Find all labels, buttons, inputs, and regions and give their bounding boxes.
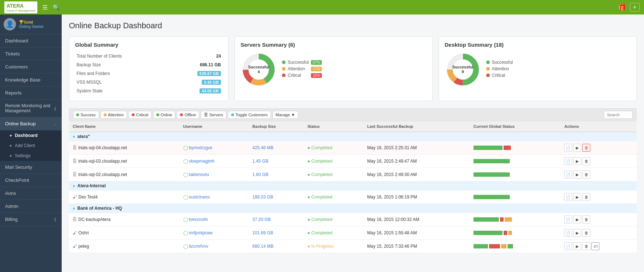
data-table: Client Name Username Backup Size Status … bbox=[69, 121, 637, 253]
delete-button[interactable]: 🗑 bbox=[582, 229, 590, 237]
search-icon-top[interactable]: 🔍 bbox=[53, 4, 60, 11]
legend-label: Successful bbox=[492, 60, 513, 65]
delete-button[interactable]: 🗑 bbox=[582, 171, 590, 179]
username-link[interactable]: sustcinwxs bbox=[189, 194, 210, 200]
sidebar-item-reports[interactable]: Reports bbox=[0, 87, 62, 100]
group-name: ●atera" bbox=[69, 132, 637, 141]
username-link[interactable]: vbwpmagjmh bbox=[189, 159, 215, 164]
current-global-status bbox=[470, 213, 561, 226]
toggle-icon[interactable]: ● bbox=[73, 206, 75, 211]
success-filter-button[interactable]: Success bbox=[73, 111, 99, 119]
col-last-backup: Last Successful Backup bbox=[364, 121, 470, 132]
username: ◯lizcmrfvnv bbox=[180, 240, 249, 253]
sidebar-item-online-backup[interactable]: Online Backup ⌄ bbox=[0, 117, 62, 130]
hamburger-icon[interactable]: ☰ bbox=[42, 4, 48, 11]
play-button[interactable]: ▶ bbox=[573, 157, 581, 165]
backup-size: 37.20 GB bbox=[249, 213, 304, 226]
attention-label: Attention bbox=[108, 113, 124, 117]
delete-button[interactable]: 🗑 bbox=[582, 157, 590, 165]
toggle-icon[interactable]: ● bbox=[73, 134, 75, 139]
global-summary-row-value: 44.05 GB bbox=[171, 87, 222, 95]
sidebar-item-tickets[interactable]: Tickets bbox=[0, 47, 62, 60]
plus-button[interactable]: + bbox=[630, 3, 640, 12]
view-button[interactable]: 📄 bbox=[564, 193, 572, 201]
username-link[interactable]: mrfpmtpcwe bbox=[189, 230, 213, 235]
sidebar-item-dashboard[interactable]: Dashboard bbox=[0, 34, 62, 47]
critical-filter-button[interactable]: Critical bbox=[128, 111, 152, 119]
global-summary-row-label: Backup Size bbox=[76, 61, 170, 69]
play-button[interactable]: ▶ bbox=[573, 144, 581, 152]
sidebar-item-customers-label: Customers bbox=[5, 64, 28, 70]
online-filter-button[interactable]: Online bbox=[153, 111, 176, 119]
view-button[interactable]: 📄 bbox=[564, 144, 572, 152]
attention-dot-icon bbox=[104, 113, 107, 116]
play-button[interactable]: ▶ bbox=[573, 171, 581, 179]
legend-label: Critical bbox=[492, 73, 513, 78]
username-link[interactable]: tvevzoviln bbox=[189, 217, 208, 222]
global-summary-row-label: Total Number of Clients bbox=[76, 52, 170, 60]
delete-button[interactable]: 🗑 bbox=[582, 215, 590, 223]
toggle-icon[interactable]: ● bbox=[73, 183, 75, 188]
sidebar-sub-item-ob-dashboard[interactable]: ► Dashboard bbox=[0, 130, 62, 141]
status-badge: ● Completed bbox=[307, 217, 332, 222]
play-button[interactable]: ▶ bbox=[573, 193, 581, 201]
sidebar-item-avira[interactable]: Avira bbox=[0, 187, 62, 200]
view-button[interactable]: 📄 bbox=[564, 242, 572, 250]
desktop-chart-container: Successful9 Successful Attention Critica… bbox=[445, 51, 631, 88]
sidebar-item-customers[interactable]: Customers bbox=[0, 60, 62, 74]
progress-segment-green bbox=[508, 244, 513, 248]
view-button[interactable]: 📄 bbox=[564, 229, 572, 237]
user-status-icon: ◯ bbox=[183, 217, 188, 222]
gift-icon[interactable]: 🎁 bbox=[618, 3, 626, 11]
table-row: 🗄DC-backupAtera◯tvevzoviln37.20 GB● Comp… bbox=[69, 213, 637, 226]
delete-button[interactable]: 🗑 bbox=[582, 193, 590, 201]
action-buttons: 📄 ▶ 🗑 bbox=[564, 144, 633, 152]
offline-filter-button[interactable]: Offline bbox=[177, 111, 199, 119]
servers-label: Servers bbox=[209, 113, 223, 117]
sidebar-item-admin[interactable]: Admin bbox=[0, 200, 62, 213]
sidebar-sub-item-ob-settings[interactable]: ► Settings bbox=[0, 151, 62, 161]
username-link[interactable]: takbmovtu bbox=[189, 172, 209, 177]
delete-button[interactable]: 🗑 bbox=[582, 242, 590, 250]
actions: 📄 ▶ 🗑 bbox=[561, 155, 637, 168]
sidebar-item-rmm[interactable]: Remote Monitoring and Management ❮ bbox=[0, 100, 62, 117]
top-nav-right: 🎁 + bbox=[618, 3, 640, 12]
toggle-customers-button[interactable]: Toggle Customers bbox=[228, 111, 271, 119]
progress-segment-green bbox=[473, 159, 510, 163]
getting-started-link[interactable]: Getting Started bbox=[19, 25, 43, 29]
manage-button[interactable]: Manage ▼ bbox=[272, 111, 299, 119]
user-status-icon: ◯ bbox=[183, 145, 188, 150]
action-buttons: 📄 ▶ 🗑 bbox=[564, 193, 633, 201]
play-button[interactable]: ▶ bbox=[573, 242, 581, 250]
play-button[interactable]: ▶ bbox=[573, 229, 581, 237]
ob-dashboard-label: Dashboard bbox=[15, 133, 38, 138]
sidebar-sub-item-ob-add-client[interactable]: ► Add Client bbox=[0, 141, 62, 151]
view-button[interactable]: 📄 bbox=[564, 157, 572, 165]
search-input[interactable] bbox=[604, 111, 633, 119]
client-name: 🗄trials-sql-02.cloudapp.net bbox=[69, 168, 180, 181]
col-status: Status bbox=[304, 121, 364, 132]
legend-item: Successful 67% bbox=[282, 60, 322, 65]
view-button[interactable]: 📄 bbox=[564, 171, 572, 179]
username-link[interactable]: lizcmrfvnv bbox=[189, 244, 208, 249]
table-group-row[interactable]: ●atera" bbox=[69, 132, 637, 141]
manage-chevron-icon: ▼ bbox=[291, 113, 295, 117]
desktop-donut: Successful9 bbox=[445, 51, 481, 88]
play-button[interactable]: ▶ bbox=[573, 215, 581, 223]
last-backup: May 16, 2015 2:49:47 AM bbox=[364, 155, 470, 168]
table-group-row[interactable]: ●Atera-Internal bbox=[69, 181, 637, 191]
sidebar-item-checkpoint[interactable]: CheckPoint bbox=[0, 174, 62, 187]
sidebar-item-billing[interactable]: Billing ❮ bbox=[0, 213, 62, 226]
servers-donut: Successful4 bbox=[241, 51, 277, 88]
delete-button[interactable]: 🗑 bbox=[582, 144, 590, 152]
table-group-row[interactable]: ●Bank of America - HQ bbox=[69, 204, 637, 213]
user-status-icon: ◯ bbox=[183, 159, 188, 164]
attention-filter-button[interactable]: Attention bbox=[101, 111, 127, 119]
sidebar-item-mail-security-label: Mail Security bbox=[5, 164, 32, 170]
tag-button[interactable]: 🏷 bbox=[591, 242, 599, 250]
view-button[interactable]: 📄 bbox=[564, 215, 572, 223]
username-link[interactable]: bymvdrzgve bbox=[189, 145, 213, 150]
sidebar-item-knowledge-base[interactable]: Knowledge Base bbox=[0, 74, 62, 87]
servers-filter-button[interactable]: 🗄 Servers bbox=[201, 111, 226, 119]
sidebar-item-mail-security[interactable]: Mail Security bbox=[0, 161, 62, 174]
